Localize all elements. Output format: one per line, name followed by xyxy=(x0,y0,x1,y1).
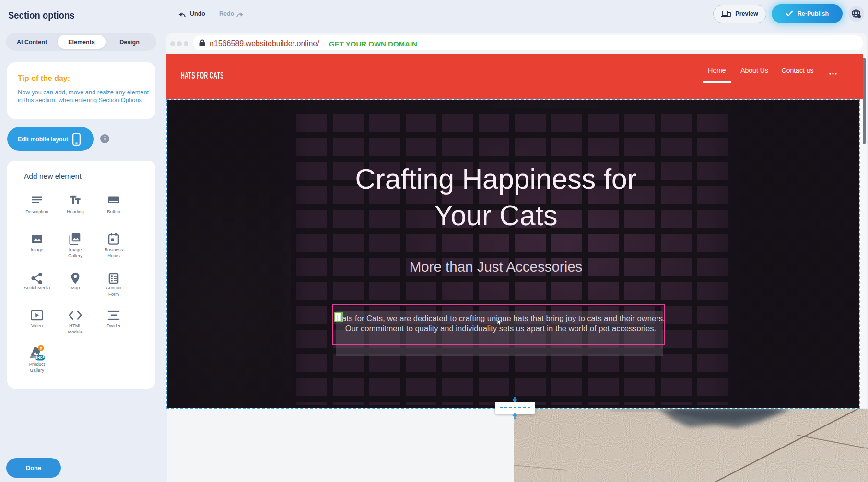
svg-text:SHOP: SHOP xyxy=(35,356,45,359)
